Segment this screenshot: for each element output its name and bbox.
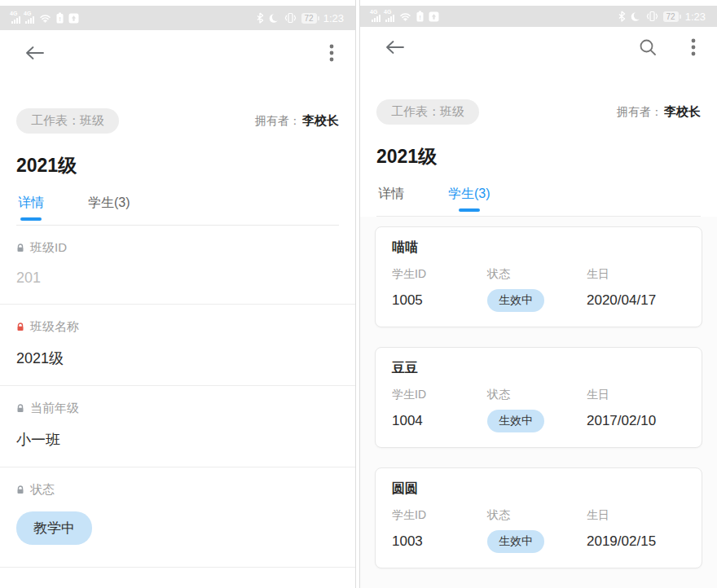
- back-button[interactable]: [381, 35, 408, 59]
- column-header-id: 学生ID: [392, 508, 487, 523]
- student-birthday: 2020/04/17: [587, 292, 685, 309]
- screen-student-list: 4G 4G ! 72 1:23: [359, 0, 717, 588]
- tab-students[interactable]: 学生(3): [86, 195, 132, 225]
- student-birthday: 2019/02/15: [587, 533, 685, 550]
- battery-alert-icon: !: [416, 11, 424, 22]
- record-header: 工作表：班级 拥有者： 李校长 2021级 详情 学生(3): [360, 67, 717, 217]
- student-card-list: 喵喵 学生ID 状态 生日 1005 生效中 2020/04/17 豆豆 学生I…: [360, 217, 717, 588]
- active-tab-underline: [459, 208, 480, 212]
- status-right-icons: 72 1:23: [618, 11, 706, 23]
- column-header-status: 状态: [487, 388, 587, 402]
- upload-icon: [429, 11, 439, 22]
- status-badge: 生效中: [487, 410, 544, 432]
- field-row-class-name[interactable]: 班级名称 2021级: [0, 305, 355, 386]
- more-menu-icon: [329, 44, 334, 62]
- screen-record-detail: 4G 4G ! 72 1:23: [0, 0, 356, 588]
- column-header-id: 学生ID: [392, 388, 487, 402]
- owner-info: 拥有者： 李校长: [617, 104, 701, 120]
- field-list: 班级ID 201 班级名称 2021级 当前年级 小一班: [0, 226, 355, 588]
- column-header-birthday: 生日: [587, 388, 685, 402]
- tab-students[interactable]: 学生(3): [446, 186, 492, 216]
- signal-4g-icon: 4G: [11, 12, 20, 24]
- vibrate-icon: [646, 11, 658, 22]
- field-label-row: 当前年级: [16, 401, 339, 416]
- student-id: 1003: [392, 533, 487, 550]
- status-time: 1:23: [685, 11, 706, 23]
- student-card[interactable]: 圆圆 学生ID 状态 生日 1003 生效中 2019/02/15: [375, 467, 702, 568]
- tab-bar: 详情 学生(3): [16, 195, 339, 226]
- signal-4g-icon: 4G: [372, 11, 380, 22]
- owner-label: 拥有者：: [617, 105, 662, 120]
- record-title: 2021级: [16, 153, 339, 178]
- more-menu-button[interactable]: [688, 35, 699, 59]
- student-name: 圆圆: [392, 480, 685, 498]
- battery-level-icon: 72: [663, 11, 679, 22]
- status-time: 1:23: [323, 12, 344, 24]
- worksheet-tag: 工作表：班级: [376, 99, 479, 125]
- more-menu-icon: [691, 38, 696, 56]
- student-card[interactable]: 豆豆 学生ID 状态 生日 1004 生效中 2017/02/10: [375, 347, 702, 448]
- field-value: 小一班: [16, 430, 339, 450]
- field-label: 状态: [30, 482, 55, 498]
- status-badge: 生效中: [487, 530, 544, 553]
- student-name: 喵喵: [392, 239, 685, 257]
- field-value: 2021级: [16, 349, 339, 368]
- status-left-icons: 4G 4G !: [11, 12, 79, 24]
- tab-details[interactable]: 详情: [16, 195, 46, 225]
- column-header-status: 状态: [487, 267, 587, 282]
- active-tab-underline: [20, 217, 42, 221]
- status-bar: 4G 4G ! 72 1:23: [360, 6, 717, 27]
- status-left-icons: 4G 4G !: [372, 11, 439, 22]
- worksheet-tag: 工作表：班级: [16, 108, 119, 134]
- battery-alert-icon: !: [56, 12, 64, 24]
- student-card[interactable]: 喵喵 学生ID 状态 生日 1005 生效中 2020/04/17: [375, 226, 702, 327]
- lock-icon: [16, 485, 24, 494]
- svg-text:!: !: [59, 15, 61, 23]
- column-header-birthday: 生日: [587, 267, 685, 282]
- lock-icon: [16, 244, 24, 252]
- upload-icon: [68, 13, 79, 24]
- student-name: 豆豆: [392, 360, 685, 377]
- more-menu-button[interactable]: [326, 41, 337, 65]
- bluetooth-icon: [256, 12, 264, 24]
- moon-icon: [269, 13, 279, 24]
- student-id: 1005: [392, 292, 487, 309]
- toolbar: [360, 27, 717, 67]
- column-header-birthday: 生日: [587, 508, 685, 523]
- bluetooth-icon: [618, 11, 626, 22]
- back-button[interactable]: [21, 41, 48, 65]
- wifi-icon: [39, 13, 51, 23]
- field-row-status[interactable]: 状态 教学中: [0, 467, 355, 568]
- signal-4g-icon: 4G: [25, 12, 34, 24]
- student-birthday: 2017/02/10: [587, 413, 685, 429]
- field-label-row: 班级名称: [16, 319, 339, 335]
- back-arrow-icon: [24, 44, 45, 62]
- field-row-grade[interactable]: 当前年级 小一班: [0, 386, 355, 467]
- lock-icon: [16, 404, 24, 413]
- field-row-class-id[interactable]: 班级ID 201: [0, 226, 355, 305]
- vibrate-icon: [284, 12, 297, 24]
- owner-info: 拥有者： 李校长: [255, 113, 339, 129]
- field-value: 201: [16, 270, 339, 287]
- search-icon: [639, 38, 657, 56]
- lock-icon-required: [16, 323, 24, 331]
- back-arrow-icon: [385, 38, 405, 56]
- dual-screenshot-stage: 4G 4G ! 72 1:23: [0, 0, 717, 588]
- field-label: 班级ID: [30, 240, 67, 256]
- tab-details[interactable]: 详情: [376, 186, 406, 216]
- owner-name: 李校长: [664, 104, 701, 120]
- svg-text:!: !: [419, 14, 421, 21]
- tab-bar: 详情 学生(3): [376, 186, 701, 217]
- wifi-icon: [399, 11, 411, 21]
- student-id: 1004: [392, 413, 487, 429]
- status-badge: 教学中: [16, 511, 92, 545]
- field-label: 当前年级: [30, 401, 79, 416]
- toolbar: [0, 30, 355, 76]
- field-label-row: 状态: [16, 482, 339, 498]
- search-button[interactable]: [636, 35, 660, 59]
- column-header-id: 学生ID: [392, 267, 487, 282]
- owner-name: 李校长: [302, 113, 339, 129]
- status-badge: 生效中: [487, 289, 544, 312]
- record-header: 工作表：班级 拥有者： 李校长 2021级 详情 学生(3): [0, 76, 355, 226]
- column-header-status: 状态: [487, 508, 587, 523]
